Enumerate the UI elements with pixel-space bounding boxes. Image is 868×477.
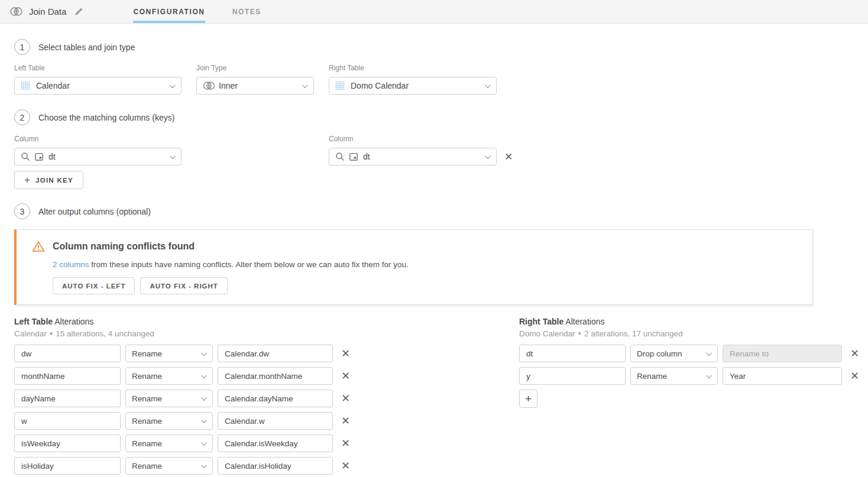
column-name-input[interactable] <box>14 457 121 475</box>
action-select[interactable]: Rename <box>125 345 213 362</box>
left-table-select[interactable]: Calendar <box>14 77 182 95</box>
right-alterations-section: Right Table Alterations Domo Calendar●2 … <box>519 317 859 477</box>
column-name-input[interactable] <box>14 434 121 452</box>
search-icon <box>335 152 345 161</box>
step1-number: 1 <box>14 39 30 55</box>
join-type-select[interactable]: Inner <box>196 77 314 95</box>
left-alterations-title: Left Table Alterations <box>14 317 519 326</box>
remove-alteration-button[interactable]: ✕ <box>341 438 350 449</box>
auto-fix-left-button[interactable]: AUTO FIX - LEFT <box>53 277 135 294</box>
chevron-down-icon <box>485 153 491 159</box>
rename-to-input[interactable] <box>218 412 333 430</box>
chevron-down-icon <box>201 395 207 401</box>
chevron-down-icon <box>170 153 176 159</box>
right-table-select[interactable]: Domo Calendar <box>329 77 497 95</box>
date-column-icon <box>34 152 44 161</box>
step1-title: Select tables and join type <box>38 43 135 52</box>
rename-to-input[interactable] <box>218 390 333 407</box>
right-key-label: Column <box>329 135 513 143</box>
alteration-row: Rename ✕ <box>14 457 519 475</box>
left-table-label: Left Table <box>14 64 182 72</box>
step3-title: Alter output columns (optional) <box>38 207 151 216</box>
remove-alteration-button[interactable]: ✕ <box>341 393 350 404</box>
left-key-select[interactable]: dt <box>14 148 182 166</box>
join-type-group: Join Type Inner <box>196 64 314 95</box>
chevron-down-icon <box>201 372 207 378</box>
column-name-input[interactable] <box>14 412 121 430</box>
chevron-down-icon <box>201 440 207 446</box>
tile-title-group: Join Data <box>0 0 83 23</box>
remove-alteration-button[interactable]: ✕ <box>850 371 859 381</box>
left-alteration-rows: Rename ✕ Rename ✕ Rename ✕ <box>14 345 519 475</box>
rename-to-input[interactable] <box>218 367 333 385</box>
left-key-value: dt <box>48 152 170 161</box>
conflict-message: 2 columns from these inputs have naming … <box>53 260 801 269</box>
alteration-row: Rename ✕ <box>14 367 519 385</box>
join-venn-icon <box>9 7 23 17</box>
action-select[interactable]: Drop column <box>630 345 718 362</box>
action-select[interactable]: Rename <box>125 412 213 430</box>
remove-alteration-button[interactable]: ✕ <box>341 371 350 381</box>
tab-configuration[interactable]: CONFIGURATION <box>133 0 205 23</box>
left-table-value: Calendar <box>36 81 170 90</box>
action-select[interactable]: Rename <box>125 367 213 385</box>
page-title: Join Data <box>29 7 66 17</box>
remove-alteration-button[interactable]: ✕ <box>850 348 859 359</box>
rename-to-input[interactable] <box>218 457 333 475</box>
add-join-key-label: JOIN KEY <box>35 177 73 184</box>
chevron-down-icon <box>201 417 207 423</box>
left-key-label: Column <box>14 135 182 143</box>
action-select[interactable]: Rename <box>125 390 213 407</box>
rename-to-input[interactable] <box>218 434 333 452</box>
column-name-input[interactable] <box>519 367 626 385</box>
conflict-warning-panel: Column naming conflicts found 2 columns … <box>14 229 813 305</box>
alteration-row: Rename ✕ <box>14 345 519 362</box>
action-select[interactable]: Rename <box>630 367 718 385</box>
action-select[interactable]: Rename <box>125 434 213 452</box>
step1-heading: 1 Select tables and join type <box>14 39 854 55</box>
rename-to-input[interactable] <box>723 367 842 385</box>
tab-bar: CONFIGURATION NOTES <box>133 0 289 23</box>
conflict-title: Column naming conflicts found <box>53 241 195 252</box>
conflict-columns-link[interactable]: 2 columns <box>53 260 89 269</box>
right-table-value: Domo Calendar <box>351 81 485 90</box>
left-key-group: Column dt <box>14 135 182 166</box>
edit-title-button[interactable] <box>74 7 83 17</box>
dataset-icon <box>21 82 30 90</box>
alteration-row: Rename ✕ <box>14 434 519 452</box>
remove-alteration-button[interactable]: ✕ <box>341 348 350 359</box>
rename-to-input[interactable] <box>218 345 333 362</box>
tab-notes[interactable]: NOTES <box>232 0 261 23</box>
chevron-down-icon <box>485 82 491 88</box>
join-type-label: Join Type <box>196 64 314 72</box>
step3-number: 3 <box>14 203 30 219</box>
join-keys-row: Column dt Column <box>14 135 854 166</box>
column-name-input[interactable] <box>14 367 121 385</box>
column-name-input[interactable] <box>14 345 121 362</box>
add-join-key-button[interactable]: + JOIN KEY <box>14 171 83 189</box>
dataset-icon <box>335 82 345 90</box>
chevron-down-icon <box>706 372 712 378</box>
top-bar: Join Data CONFIGURATION NOTES <box>0 0 868 24</box>
join-type-value: Inner <box>219 81 302 90</box>
right-key-group: Column dt <box>329 135 513 166</box>
left-alterations-section: Left Table Alterations Calendar●15 alter… <box>14 317 519 477</box>
chevron-down-icon <box>706 350 712 356</box>
left-table-group: Left Table Calendar <box>14 64 182 95</box>
right-key-select[interactable]: dt <box>329 148 497 166</box>
right-alterations-subtitle: Domo Calendar●2 alterations, 17 unchange… <box>519 329 859 338</box>
add-alteration-button[interactable]: + <box>519 390 537 408</box>
right-key-value: dt <box>363 152 485 161</box>
step2-heading: 2 Choose the matching columns (keys) <box>14 109 854 125</box>
auto-fix-right-button[interactable]: AUTO FIX - RIGHT <box>140 277 227 294</box>
action-select[interactable]: Rename <box>125 457 213 475</box>
remove-alteration-button[interactable]: ✕ <box>341 460 350 471</box>
step2-number: 2 <box>14 109 30 125</box>
column-name-input[interactable] <box>519 345 626 362</box>
remove-alteration-button[interactable]: ✕ <box>341 416 350 426</box>
remove-key-button[interactable]: ✕ <box>504 152 513 162</box>
table-select-row: Left Table Calendar Join Type Inner <box>14 64 854 95</box>
column-name-input[interactable] <box>14 390 121 407</box>
step2-title: Choose the matching columns (keys) <box>38 113 174 122</box>
chevron-down-icon <box>201 462 207 468</box>
